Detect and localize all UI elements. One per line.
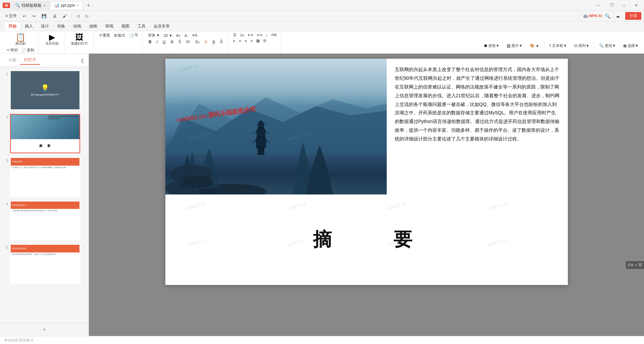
slide-item-2[interactable]: 2 互联网的兴起从本质上改变了整个社会对信息的管理方式... 摘 要 ☆ [3, 113, 86, 154]
slide-item-5[interactable]: 5 研究的主要内容 通过对系统需求的详细分析，完成以下几个主要功能的开发... … [3, 243, 86, 284]
tab-ppt[interactable]: 📊 ppt.pptx ✕ [51, 1, 83, 9]
search-icon[interactable]: 🔍 [605, 13, 610, 19]
sidebar-collapse-btn[interactable]: ❮ [80, 58, 85, 63]
slide-thumb-3[interactable]: 造成的原因 认识到这一点，我们应当考虑以下几个方面的关键因素，比如说这个问题..… [10, 157, 80, 197]
tab-slides[interactable]: 幻灯片 [20, 56, 40, 65]
slide-thumb-4[interactable]: 研究目的及意义 上述问题中我们需要研究的主要内容包括设计、分析与实现等... [10, 201, 80, 240]
format-painter[interactable]: 🖌 [60, 12, 69, 20]
shadow-btn[interactable]: S̈ [176, 39, 183, 45]
align-left-btn[interactable]: ≡ [232, 39, 236, 43]
print-btn[interactable]: 🖨 [50, 12, 59, 20]
slide-thumb-5[interactable]: 研究的主要内容 通过对系统需求的详细分析，完成以下几个主要功能的开发... [10, 244, 80, 284]
ch-button[interactable]: CH ✓ 写 [626, 261, 644, 269]
ribbon-tab-transition[interactable]: 切换 [53, 22, 69, 31]
new-slide-btn[interactable]: 🖼 新建幻灯片 [68, 33, 91, 47]
tab-ppt-label: ppt.pptx [61, 3, 75, 8]
ribbon-tab-design[interactable]: 设计 [37, 22, 53, 31]
bullets-btn[interactable]: ☰ [232, 33, 238, 38]
font-decrease-btn[interactable]: A- [183, 33, 190, 38]
tab-templates-close[interactable]: ✕ [43, 4, 46, 7]
strikethrough-btn[interactable]: S [169, 39, 175, 45]
arrange-btn[interactable]: ⊡ 排列▼ [572, 43, 592, 49]
tab-templates[interactable]: 🔍 找模板模板 ✕ [11, 1, 49, 10]
select-btn[interactable]: ▦ 选择▼ [621, 43, 641, 49]
font-increase-btn[interactable]: A+ [175, 33, 182, 38]
share-btn[interactable]: 分享 [625, 12, 641, 20]
slide-thumb-2[interactable]: 互联网的兴起从本质上改变了整个社会对信息的管理方式... 摘 要 [10, 114, 80, 154]
save-btn[interactable]: 💾 [39, 12, 49, 20]
underline-btn[interactable]: U [161, 39, 168, 45]
line-spacing-btn[interactable]: ↕ [264, 33, 269, 38]
ribbon-tab-animation[interactable]: 动画 [69, 22, 85, 31]
slide-item-1[interactable]: 1 💡 基于django的开药系统 PPT ☆ [3, 70, 86, 111]
direction-btn[interactable]: ⟳A [270, 33, 278, 38]
slide-canvas[interactable]: code51.cn code51.cn code51.cn code51.cn … [165, 59, 568, 285]
fill-label: ▼ [536, 44, 539, 48]
subscript-btn[interactable]: X₂ [193, 39, 202, 45]
picture-btn[interactable]: 🖼 图片▼ [504, 43, 525, 49]
layout-btn[interactable]: ⊞ 版式 [113, 33, 126, 38]
window-maximize-btn[interactable]: □ [620, 2, 629, 8]
align-v-btn[interactable]: ⊟ [262, 38, 268, 43]
ribbon-tab-insert[interactable]: 插入 [21, 22, 37, 31]
cut-btn[interactable]: ✂剪切 [5, 47, 19, 53]
current-start-btn[interactable]: ▶ 当页开始 [43, 33, 61, 47]
ribbon-tab-tools[interactable]: 工具 [133, 22, 150, 31]
numbering-btn[interactable]: 1≡ [239, 33, 246, 38]
tab-outline[interactable]: 大纲 [4, 56, 20, 64]
italic-btn[interactable]: I [155, 39, 160, 45]
ribbon-tab-slideshow[interactable]: 放映 [85, 22, 101, 31]
watermark-low-3: code51.cn [386, 201, 407, 211]
file-menu[interactable]: ≡ 文件 [3, 12, 19, 20]
ribbon-tab-home[interactable]: 开始 [4, 21, 21, 31]
font-color-btn[interactable]: A [203, 39, 209, 45]
ribbon-tab-view[interactable]: 视图 [117, 22, 133, 31]
undo-btn[interactable]: ↩ [20, 12, 29, 20]
align-center-btn[interactable]: ≡ [237, 39, 242, 43]
shapes-btn[interactable]: ⬟ 形状▼ [481, 43, 502, 49]
align-right-btn[interactable]: ≡ [244, 39, 248, 43]
reset-btn[interactable]: ↺ 重置 [98, 33, 111, 38]
menu-divider-1 [71, 13, 72, 19]
paste-btn[interactable]: 📋 格式刷 [12, 33, 29, 47]
font-size-dropdown[interactable]: 20 ▼ [162, 33, 174, 38]
ribbon-tab-review[interactable]: 审阅 [101, 22, 117, 31]
text-highlight-btn[interactable]: A̲ [210, 39, 217, 45]
section-btn[interactable]: 📑 节 [128, 33, 140, 38]
slide-thumb-1[interactable]: 💡 基于django的开药系统 PPT [10, 70, 80, 110]
find-btn[interactable]: 🔍 查找▼ [596, 43, 619, 49]
font-family-dropdown[interactable]: 宋体 ▼ [147, 33, 161, 38]
redo-btn[interactable]: ↪ [30, 12, 38, 20]
indent-increase-btn[interactable]: ≡⇥ [256, 33, 263, 38]
bold-btn[interactable]: B [147, 39, 154, 45]
superscript-btn[interactable]: X² [184, 39, 192, 45]
char-spacing-btn[interactable]: Ã [218, 39, 225, 45]
nav-forward[interactable]: ▷ [83, 12, 91, 20]
fill-btn[interactable]: 🎨 ▼ [527, 43, 542, 49]
ribbon-tab-member[interactable]: 会员专享 [150, 22, 174, 31]
indent-decrease-btn[interactable]: ⇤≡ [247, 33, 254, 38]
clear-format-btn[interactable]: ✕A [191, 33, 199, 38]
slide-1-star: ☆ [82, 72, 85, 75]
select-icon: ▦ [623, 44, 627, 48]
wps-logo-btn[interactable]: W [3, 3, 10, 8]
window-minimize-btn[interactable]: — [593, 2, 604, 8]
canvas-area[interactable]: code51.cn code51.cn code51.cn code51.cn … [89, 54, 644, 336]
wps-ai-label[interactable]: 🤖 WPS AI [583, 14, 602, 18]
slides-list: 1 💡 基于django的开药系统 PPT ☆ 2 互联网的兴起从本质上改变了整… [0, 67, 89, 323]
textbox-btn[interactable]: T 文本框▼ [546, 43, 570, 49]
slide-item-3[interactable]: 3 造成的原因 认识到这一点，我们应当考虑以下几个方面的关键因素，比如说这个问题… [3, 157, 86, 197]
justify-btn[interactable]: ≡ [249, 39, 254, 43]
window-close-btn[interactable]: ✕ [631, 2, 641, 8]
col-btn[interactable]: ▦ [255, 38, 261, 43]
new-tab-btn[interactable]: + [84, 1, 93, 10]
add-slide-btn[interactable]: + [0, 323, 89, 336]
copy-btn[interactable]: 📄复制 [20, 47, 36, 53]
notes-bar[interactable]: 单击此处添加备注 [0, 336, 644, 344]
window-restore-btn[interactable]: ❐ [606, 2, 617, 8]
nav-back[interactable]: ◁ [74, 12, 82, 20]
tab-ppt-close[interactable]: ✕ [76, 4, 79, 7]
textbox-label: 文本框▼ [552, 43, 567, 48]
slide-item-4[interactable]: 4 研究目的及意义 上述问题中我们需要研究的主要内容包括设计、分析与实现等...… [3, 200, 86, 241]
cloud-save-btn[interactable]: ☁ [613, 12, 623, 20]
